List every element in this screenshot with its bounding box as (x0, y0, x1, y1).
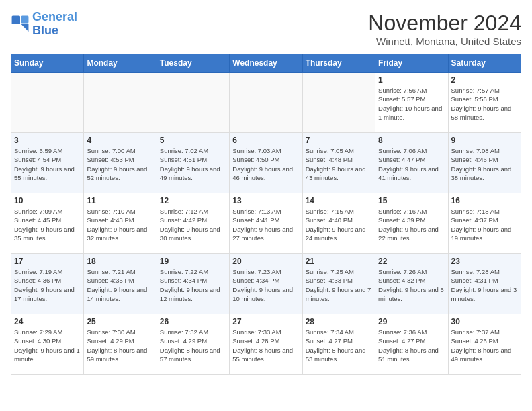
table-row: 14Sunrise: 7:15 AM Sunset: 4:40 PM Dayli… (302, 193, 375, 254)
day-info: Sunrise: 7:56 AM Sunset: 5:57 PM Dayligh… (378, 86, 445, 122)
day-number: 29 (378, 317, 445, 326)
logo-line1: General (32, 10, 77, 24)
table-row: 6Sunrise: 7:03 AM Sunset: 4:50 PM Daylig… (230, 133, 302, 193)
day-info: Sunrise: 7:57 AM Sunset: 5:56 PM Dayligh… (451, 86, 518, 122)
day-number: 15 (378, 196, 445, 205)
day-info: Sunrise: 7:03 AM Sunset: 4:50 PM Dayligh… (232, 146, 299, 182)
table-row: 9Sunrise: 7:08 AM Sunset: 4:46 PM Daylig… (448, 133, 521, 193)
table-row: 13Sunrise: 7:13 AM Sunset: 4:41 PM Dayli… (230, 193, 302, 254)
day-info: Sunrise: 7:22 AM Sunset: 4:34 PM Dayligh… (160, 267, 226, 303)
table-row: 29Sunrise: 7:36 AM Sunset: 4:27 PM Dayli… (375, 314, 448, 375)
table-row: 2Sunrise: 7:57 AM Sunset: 5:56 PM Daylig… (448, 73, 521, 133)
table-row: 4Sunrise: 7:00 AM Sunset: 4:53 PM Daylig… (84, 133, 157, 193)
day-number: 4 (87, 136, 153, 145)
day-number: 21 (306, 257, 372, 266)
table-row: 16Sunrise: 7:18 AM Sunset: 4:37 PM Dayli… (448, 193, 521, 254)
table-row: 22Sunrise: 7:26 AM Sunset: 4:32 PM Dayli… (375, 254, 448, 314)
day-number: 14 (306, 196, 372, 205)
table-row (84, 73, 157, 133)
header-sunday: Sunday (11, 54, 84, 73)
table-row: 30Sunrise: 7:37 AM Sunset: 4:26 PM Dayli… (448, 314, 521, 375)
day-number: 24 (14, 317, 81, 326)
day-info: Sunrise: 6:59 AM Sunset: 4:54 PM Dayligh… (14, 146, 81, 182)
header-friday: Friday (375, 54, 448, 73)
table-row: 15Sunrise: 7:16 AM Sunset: 4:39 PM Dayli… (375, 193, 448, 254)
day-number: 20 (232, 257, 299, 266)
table-row: 26Sunrise: 7:32 AM Sunset: 4:29 PM Dayli… (157, 314, 229, 375)
day-number: 16 (451, 196, 518, 205)
table-row (11, 73, 84, 133)
day-number: 19 (160, 257, 226, 266)
day-info: Sunrise: 7:15 AM Sunset: 4:40 PM Dayligh… (306, 207, 372, 242)
day-number: 22 (378, 257, 445, 266)
day-info: Sunrise: 7:09 AM Sunset: 4:45 PM Dayligh… (14, 207, 81, 242)
header-tuesday: Tuesday (157, 54, 229, 73)
day-number: 23 (451, 257, 518, 266)
table-row: 3Sunrise: 6:59 AM Sunset: 4:54 PM Daylig… (11, 133, 84, 193)
day-number: 12 (160, 196, 226, 205)
day-info: Sunrise: 7:10 AM Sunset: 4:43 PM Dayligh… (87, 207, 153, 242)
day-number: 27 (232, 317, 299, 326)
day-info: Sunrise: 7:33 AM Sunset: 4:28 PM Dayligh… (232, 328, 299, 363)
day-number: 2 (451, 75, 518, 85)
table-row: 23Sunrise: 7:28 AM Sunset: 4:31 PM Dayli… (448, 254, 521, 314)
day-number: 26 (160, 317, 226, 326)
table-row: 7Sunrise: 7:05 AM Sunset: 4:48 PM Daylig… (302, 133, 375, 193)
day-info: Sunrise: 7:37 AM Sunset: 4:26 PM Dayligh… (451, 328, 518, 363)
day-info: Sunrise: 7:13 AM Sunset: 4:41 PM Dayligh… (232, 207, 299, 242)
day-number: 8 (378, 136, 445, 145)
day-info: Sunrise: 7:16 AM Sunset: 4:39 PM Dayligh… (378, 207, 445, 242)
logo-line2: Blue (32, 24, 58, 37)
day-number: 9 (451, 136, 518, 145)
day-info: Sunrise: 7:02 AM Sunset: 4:51 PM Dayligh… (160, 146, 226, 182)
day-info: Sunrise: 7:18 AM Sunset: 4:37 PM Dayligh… (451, 207, 518, 242)
day-info: Sunrise: 7:21 AM Sunset: 4:35 PM Dayligh… (87, 267, 153, 303)
day-info: Sunrise: 7:25 AM Sunset: 4:33 PM Dayligh… (306, 267, 372, 303)
day-number: 30 (451, 317, 518, 326)
svg-rect-0 (12, 15, 20, 24)
calendar-week-row: 10Sunrise: 7:09 AM Sunset: 4:45 PM Dayli… (11, 193, 521, 254)
table-row: 5Sunrise: 7:02 AM Sunset: 4:51 PM Daylig… (157, 133, 229, 193)
table-row: 12Sunrise: 7:12 AM Sunset: 4:42 PM Dayli… (157, 193, 229, 254)
day-number: 28 (306, 317, 372, 326)
table-row: 10Sunrise: 7:09 AM Sunset: 4:45 PM Dayli… (11, 193, 84, 254)
day-number: 7 (306, 136, 372, 145)
day-number: 11 (87, 196, 153, 205)
table-row: 20Sunrise: 7:23 AM Sunset: 4:34 PM Dayli… (230, 254, 302, 314)
day-number: 1 (378, 75, 445, 85)
logo: General Blue (11, 11, 77, 38)
month-title: November 2024 (368, 11, 521, 36)
day-number: 18 (87, 257, 153, 266)
calendar-week-row: 17Sunrise: 7:19 AM Sunset: 4:36 PM Dayli… (11, 254, 521, 314)
calendar-header-row: Sunday Monday Tuesday Wednesday Thursday… (11, 54, 521, 73)
day-info: Sunrise: 7:30 AM Sunset: 4:29 PM Dayligh… (87, 328, 153, 363)
day-number: 3 (14, 136, 81, 145)
day-info: Sunrise: 7:12 AM Sunset: 4:42 PM Dayligh… (160, 207, 226, 242)
day-info: Sunrise: 7:32 AM Sunset: 4:29 PM Dayligh… (160, 328, 226, 363)
calendar-week-row: 24Sunrise: 7:29 AM Sunset: 4:30 PM Dayli… (11, 314, 521, 375)
day-info: Sunrise: 7:34 AM Sunset: 4:27 PM Dayligh… (306, 328, 372, 363)
day-number: 13 (232, 196, 299, 205)
header-saturday: Saturday (448, 54, 521, 73)
logo-icon (11, 15, 30, 34)
header-thursday: Thursday (302, 54, 375, 73)
day-number: 17 (14, 257, 81, 266)
day-number: 6 (232, 136, 299, 145)
table-row: 24Sunrise: 7:29 AM Sunset: 4:30 PM Dayli… (11, 314, 84, 375)
table-row (302, 73, 375, 133)
table-row: 21Sunrise: 7:25 AM Sunset: 4:33 PM Dayli… (302, 254, 375, 314)
day-info: Sunrise: 7:05 AM Sunset: 4:48 PM Dayligh… (306, 146, 372, 182)
day-info: Sunrise: 7:36 AM Sunset: 4:27 PM Dayligh… (378, 328, 445, 363)
page-header: General Blue November 2024 Winnett, Mont… (11, 11, 521, 47)
table-row: 8Sunrise: 7:06 AM Sunset: 4:47 PM Daylig… (375, 133, 448, 193)
table-row: 25Sunrise: 7:30 AM Sunset: 4:29 PM Dayli… (84, 314, 157, 375)
svg-marker-2 (21, 24, 29, 32)
table-row: 27Sunrise: 7:33 AM Sunset: 4:28 PM Dayli… (230, 314, 302, 375)
header-monday: Monday (84, 54, 157, 73)
table-row (157, 73, 229, 133)
day-info: Sunrise: 7:28 AM Sunset: 4:31 PM Dayligh… (451, 267, 518, 303)
calendar-week-row: 3Sunrise: 6:59 AM Sunset: 4:54 PM Daylig… (11, 133, 521, 193)
day-info: Sunrise: 7:08 AM Sunset: 4:46 PM Dayligh… (451, 146, 518, 182)
day-number: 10 (14, 196, 81, 205)
table-row: 18Sunrise: 7:21 AM Sunset: 4:35 PM Dayli… (84, 254, 157, 314)
